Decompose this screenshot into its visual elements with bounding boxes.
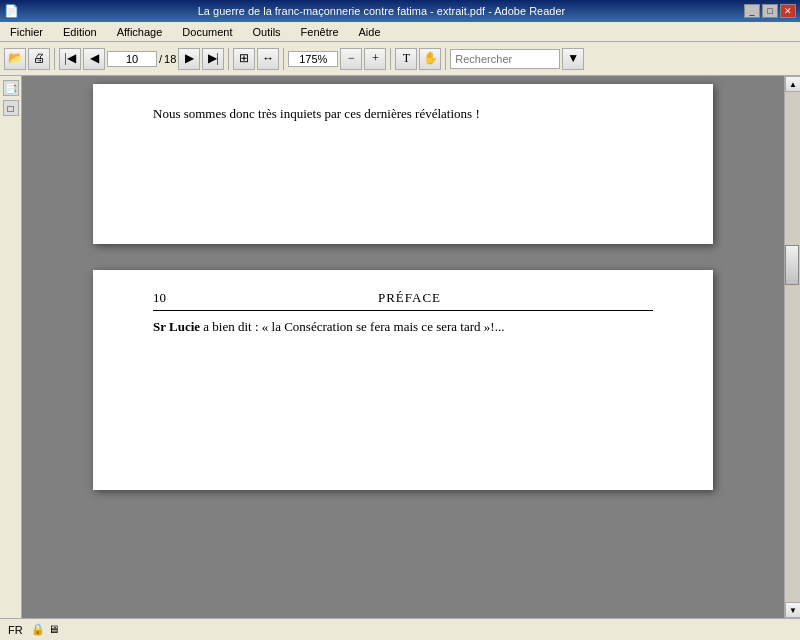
pdf-page-bottom: 10 PRÉFACE Sr Lucie a bien dit : « la Co…: [93, 270, 713, 490]
open-button[interactable]: 📂: [4, 48, 26, 70]
menubar: Fichier Edition Affichage Document Outil…: [0, 22, 800, 42]
page-total: 18: [164, 53, 176, 65]
page-bottom-rest: a bien dit : « la Consécration se fera m…: [200, 319, 504, 334]
menu-edition[interactable]: Edition: [57, 24, 103, 40]
page-bottom-content: 10 PRÉFACE Sr Lucie a bien dit : « la Co…: [93, 270, 713, 490]
separator-4: [390, 48, 391, 70]
page-number: 10: [153, 290, 166, 306]
print-button[interactable]: 🖨: [28, 48, 50, 70]
separator-5: [445, 48, 446, 70]
menu-outils[interactable]: Outils: [246, 24, 286, 40]
separator-2: [228, 48, 229, 70]
menu-fichier[interactable]: Fichier: [4, 24, 49, 40]
scroll-thumb[interactable]: [785, 245, 799, 285]
right-scrollbar: ▲ ▼: [784, 76, 800, 618]
scroll-track[interactable]: [785, 92, 800, 602]
page-input[interactable]: [107, 51, 157, 67]
main-area: 📑 □ Nous sommes donc très inquiets par c…: [0, 76, 800, 618]
chapter-title: PRÉFACE: [166, 290, 653, 306]
zoom-input[interactable]: [288, 51, 338, 67]
menu-document[interactable]: Document: [176, 24, 238, 40]
separator-1: [54, 48, 55, 70]
titlebar: 📄 La guerre de la franc-maçonnerie contr…: [0, 0, 800, 22]
page-header: 10 PRÉFACE: [153, 290, 653, 311]
bookmarks-icon[interactable]: 📑: [3, 80, 19, 96]
window-title: La guerre de la franc-maçonnerie contre …: [19, 5, 744, 17]
hand-tool-button[interactable]: ✋: [419, 48, 441, 70]
search-input[interactable]: [450, 49, 560, 69]
page-top-content: Nous sommes donc très inquiets par ces d…: [93, 84, 713, 244]
menu-aide[interactable]: Aide: [353, 24, 387, 40]
nav-end-button[interactable]: ▶|: [202, 48, 224, 70]
pages-icon[interactable]: □: [3, 100, 19, 116]
scroll-up-button[interactable]: ▲: [785, 76, 800, 92]
nav-prev-button[interactable]: ◀: [83, 48, 105, 70]
person-name: Sr Lucie: [153, 319, 200, 334]
app-icon: 📄: [4, 4, 19, 18]
pdf-area[interactable]: Nous sommes donc très inquiets par ces d…: [22, 76, 784, 618]
minimize-button[interactable]: _: [744, 4, 760, 18]
page-separator: /: [159, 53, 162, 65]
separator-3: [283, 48, 284, 70]
page-top-paragraph: Nous sommes donc très inquiets par ces d…: [153, 106, 480, 121]
status-lang: FR: [8, 624, 23, 636]
scroll-down-button[interactable]: ▼: [785, 602, 800, 618]
page-bottom-text: Sr Lucie a bien dit : « la Consécration …: [153, 317, 653, 338]
window-controls: _ □ ✕: [744, 4, 796, 18]
menu-affichage[interactable]: Affichage: [111, 24, 169, 40]
select-button[interactable]: T: [395, 48, 417, 70]
nav-next-button[interactable]: ▶: [178, 48, 200, 70]
zoom-in-button[interactable]: +: [364, 48, 386, 70]
fit-page-button[interactable]: ⊞: [233, 48, 255, 70]
close-button[interactable]: ✕: [780, 4, 796, 18]
statusbar: FR 🔒 🖥: [0, 618, 800, 640]
left-sidebar: 📑 □: [0, 76, 22, 618]
nav-start-button[interactable]: |◀: [59, 48, 81, 70]
pdf-page-top: Nous sommes donc très inquiets par ces d…: [93, 84, 713, 244]
fit-width-button[interactable]: ↔: [257, 48, 279, 70]
maximize-button[interactable]: □: [762, 4, 778, 18]
status-icons: 🔒 🖥: [31, 623, 59, 636]
search-dropdown-button[interactable]: ▼: [562, 48, 584, 70]
toolbar: 📂 🖨 |◀ ◀ / 18 ▶ ▶| ⊞ ↔ − + T ✋ ▼: [0, 42, 800, 76]
zoom-out-button[interactable]: −: [340, 48, 362, 70]
page-top-text: Nous sommes donc très inquiets par ces d…: [153, 104, 653, 125]
menu-fenetre[interactable]: Fenêtre: [295, 24, 345, 40]
